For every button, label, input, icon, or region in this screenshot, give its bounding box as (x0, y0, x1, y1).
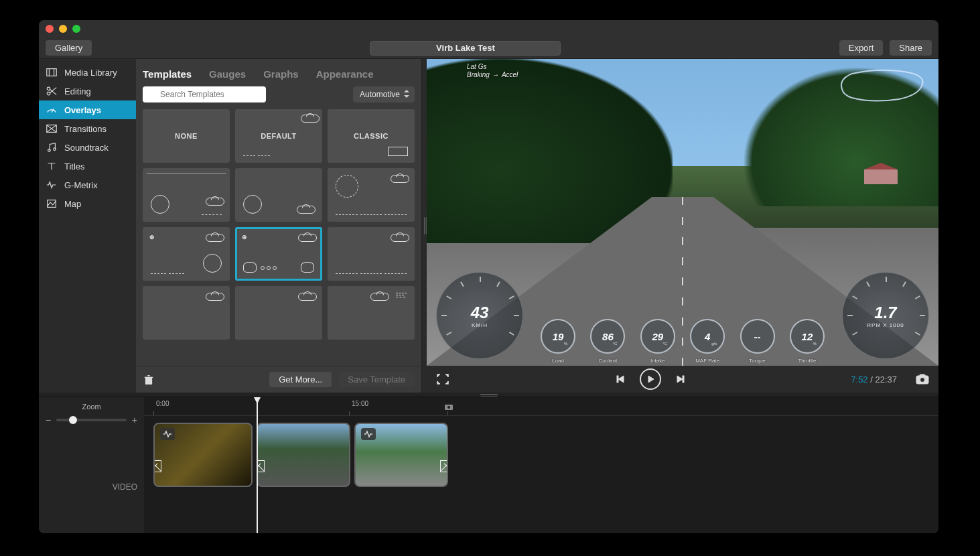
sidebar-item-transitions[interactable]: Transitions (39, 119, 136, 138)
zoom-slider[interactable] (56, 419, 127, 421)
svg-point-3 (47, 87, 50, 90)
tab-appearance[interactable]: Appearance (316, 68, 374, 80)
svg-marker-23 (618, 376, 624, 383)
svg-point-32 (447, 406, 450, 409)
video-track-label: VIDEO (39, 431, 144, 533)
svg-point-12 (54, 148, 56, 151)
sidebar-item-map[interactable]: Map (39, 194, 136, 213)
gmetrix-badge-icon (160, 428, 175, 440)
template-item-selected[interactable]: ⊕ (235, 227, 322, 281)
gmetrix-badge-icon (361, 428, 376, 440)
project-title-field[interactable]: Virb Lake Test (370, 41, 561, 56)
template-item[interactable] (328, 286, 415, 340)
tab-templates[interactable]: Templates (143, 68, 192, 80)
svg-point-11 (48, 149, 51, 152)
overlay-lat-gs: Lat Gs Braking→Accel (467, 63, 518, 79)
prev-frame-button[interactable] (616, 374, 625, 384)
template-item[interactable] (328, 227, 415, 281)
gauge-coolant: 86°CCoolant (590, 319, 625, 354)
search-input[interactable] (143, 86, 266, 102)
zoom-in-button[interactable]: + (132, 415, 137, 425)
template-item[interactable] (143, 168, 230, 222)
scissors-icon (46, 85, 58, 97)
svg-point-4 (47, 92, 50, 95)
template-item[interactable] (235, 286, 322, 340)
template-item[interactable]: ⊕ (143, 227, 230, 281)
play-button[interactable] (640, 368, 661, 390)
template-item[interactable] (235, 168, 322, 222)
timeline: Zoom − + VIDEO 0:00 15:00 (39, 397, 938, 533)
gauge-throttle: 12%Throttle (790, 319, 825, 354)
sidebar-item-editing[interactable]: Editing (39, 82, 136, 100)
overlay-small-gauges: 19%Load 86°CCoolant 29°CIntake 4g/sMAF R… (541, 319, 825, 354)
template-item[interactable] (143, 286, 230, 340)
pulse-icon (46, 179, 58, 191)
window-minimize-button[interactable] (59, 25, 67, 33)
sidebar-item-label: Titles (64, 161, 85, 171)
snapshot-button[interactable] (916, 374, 929, 385)
category-dropdown[interactable]: Automotive (353, 86, 415, 102)
timeline-sidebar: Zoom − + VIDEO (39, 397, 144, 533)
overlay-tabs: Templates Gauges Graphs Appearance (136, 59, 421, 86)
share-button[interactable]: Share (890, 40, 932, 56)
sidebar-item-media-library[interactable]: Media Library (39, 63, 136, 82)
zoom-out-button[interactable]: − (46, 415, 51, 425)
video-clip[interactable] (354, 423, 448, 487)
template-label: NONE (175, 132, 198, 140)
tab-graphs[interactable]: Graphs (263, 68, 299, 80)
template-default[interactable]: DEFAULT (235, 109, 322, 163)
export-button[interactable]: Export (839, 40, 884, 56)
overlay-track-map (835, 66, 929, 106)
gauge-intake: 29°CIntake (640, 319, 675, 354)
camera-marker-icon (444, 401, 453, 413)
titlebar (39, 20, 938, 38)
clip-trim-handle-left[interactable] (153, 460, 161, 472)
playback-time: 7:52 / 22:37 (851, 374, 897, 385)
overlay-panel: Templates Gauges Graphs Appearance Autom… (136, 59, 422, 393)
sidebar-item-label: Editing (64, 86, 91, 96)
gauge-maf: 4g/sMAF Rate (690, 319, 725, 354)
sidebar-item-soundtrack[interactable]: Soundtrack (39, 138, 136, 157)
svg-point-29 (920, 378, 925, 383)
svg-rect-18 (146, 377, 152, 384)
playhead[interactable] (257, 397, 258, 533)
vertical-resize-handle[interactable] (422, 59, 427, 393)
playback-controls: 7:52 / 22:37 (427, 366, 938, 393)
video-preview[interactable]: Lat Gs Braking→Accel 43 KM/H 1.7 RPM X 1… (427, 59, 938, 366)
timeline-tracks[interactable]: 0:00 15:00 (144, 397, 938, 533)
sidebar: Media Library Editing Overlays Transitio… (39, 59, 136, 393)
template-none[interactable]: NONE (143, 109, 230, 163)
overlay-speed-gauge: 43 KM/H (436, 272, 523, 359)
clip-trim-handle-right[interactable] (440, 460, 448, 472)
delete-template-button[interactable] (143, 374, 155, 386)
speed-unit: KM/H (472, 322, 488, 328)
zoom-label: Zoom (46, 403, 137, 411)
template-grid: NONE DEFAULT CLASSIC ⊕ ⊕ (136, 109, 421, 366)
timeline-ruler[interactable]: 0:00 15:00 (144, 397, 938, 416)
template-item[interactable] (328, 168, 415, 222)
fullscreen-button[interactable] (436, 373, 449, 385)
sidebar-item-label: Transitions (64, 124, 107, 134)
ruler-mark: 0:00 (156, 400, 169, 407)
get-more-button[interactable]: Get More... (269, 372, 332, 387)
window-zoom-button[interactable] (72, 25, 80, 33)
next-frame-button[interactable] (676, 374, 685, 384)
sidebar-item-gmetrix[interactable]: G-Metrix (39, 176, 136, 194)
gallery-button[interactable]: Gallery (46, 40, 92, 56)
template-classic[interactable]: CLASSIC (328, 109, 415, 163)
gauge-torque: --Torque (740, 319, 775, 354)
svg-rect-0 (47, 69, 56, 76)
video-clip[interactable] (257, 423, 350, 487)
tab-gauges[interactable]: Gauges (209, 68, 246, 80)
sidebar-item-label: Soundtrack (64, 143, 109, 153)
sidebar-item-titles[interactable]: Titles (39, 157, 136, 176)
sidebar-item-overlays[interactable]: Overlays (39, 100, 136, 119)
save-template-button[interactable]: Save Template (338, 372, 415, 387)
svg-marker-25 (648, 376, 654, 383)
zoom-control: Zoom − + (39, 397, 144, 431)
map-icon (46, 198, 58, 210)
window-close-button[interactable] (46, 25, 54, 33)
video-clip[interactable] (153, 423, 253, 487)
search-wrap (143, 86, 348, 102)
preview-panel: Lat Gs Braking→Accel 43 KM/H 1.7 RPM X 1… (427, 59, 938, 393)
